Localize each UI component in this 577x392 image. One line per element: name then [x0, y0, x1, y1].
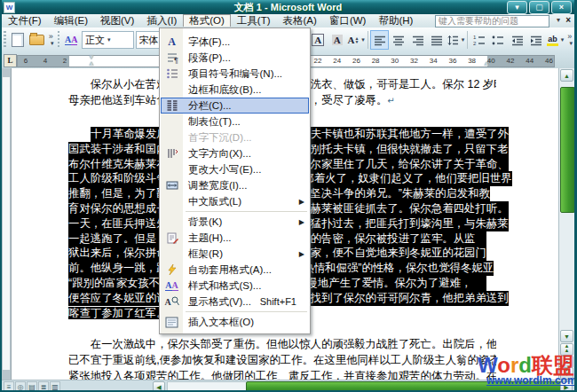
menu-item-label: 自动套用格式(A)... — [183, 263, 272, 277]
svg-text:1: 1 — [473, 35, 477, 40]
format-menu-item-11[interactable]: 背景(K)▶ — [161, 214, 309, 230]
character-shading-icon: A — [332, 35, 343, 45]
toolbar-overflow-left[interactable]: »▾ — [46, 29, 56, 51]
styles-pane-button[interactable]: AA — [61, 30, 80, 50]
align-right-button[interactable] — [408, 30, 427, 50]
menu-item-shortcut: Shift+F1 — [260, 296, 309, 307]
text-line[interactable]: 在一次激战中，保尔头部受了重伤。但他以惊人的顽强毅力战胜了死亡。出院后，他 — [68, 336, 496, 352]
format-menu-item-1[interactable]: ¶段落(P)... — [161, 50, 309, 66]
vertical-scroll-thumb[interactable] — [560, 87, 575, 213]
menubar-item-0[interactable]: 文件(F) — [2, 14, 48, 27]
scroll-left-icon[interactable]: ◀ — [153, 381, 165, 392]
menu-item-label: 段落(P)... — [183, 51, 231, 65]
help-search-input[interactable]: 键入需要帮助的问题 — [435, 15, 549, 27]
paragraph-bottom[interactable]: 在一次激战中，保尔头部受了重伤。但他以惊人的顽强毅力战胜了死亡。出院后，他已不宜… — [68, 336, 496, 380]
new-document-button[interactable] — [8, 30, 27, 50]
scroll-down-icon[interactable]: ▼ — [560, 330, 573, 342]
format-menu-item-4[interactable]: 分栏(C)... — [161, 98, 309, 114]
toolbar-overflow-right[interactable]: »▾ — [565, 29, 574, 51]
decrease-indent-button[interactable] — [508, 30, 526, 50]
align-right-icon — [412, 35, 424, 46]
outline-view-icon[interactable]: ≣ — [38, 381, 49, 391]
format-menu-item-7[interactable]: 文字方向(X)... — [161, 145, 309, 161]
open-folder-icon — [29, 35, 44, 45]
menubar-item-3[interactable]: 插入(I) — [140, 14, 183, 27]
align-center-icon — [392, 35, 405, 46]
tab-selector[interactable]: L — [4, 54, 17, 67]
format-menu-item-3[interactable]: 边框和底纹(B)... — [161, 82, 309, 98]
menubar-item-1[interactable]: 编辑(E) — [48, 14, 94, 27]
line-spacing-button[interactable]: ▾ — [447, 30, 465, 50]
grow-font-button[interactable]: A▲▼▾ — [346, 30, 365, 50]
minimize-button[interactable]: ▾ — [507, 1, 527, 14]
close-button[interactable]: × — [551, 1, 572, 14]
no-icon — [161, 82, 183, 97]
format-menu-item-14[interactable]: 自动套用格式(A)... — [161, 262, 309, 278]
hanging-indent-marker[interactable]: ▲ — [88, 61, 95, 67]
menubar-close-icon[interactable]: × — [565, 15, 571, 25]
no-icon — [161, 215, 183, 229]
restore-button[interactable]: ▢ — [529, 1, 549, 14]
format-menu-item-15[interactable]: AA样式和格式(S)... — [161, 278, 309, 294]
print-layout-view-icon[interactable]: ▤ — [27, 381, 37, 391]
format-menu-item-12[interactable]: 主题(H)... — [161, 230, 309, 246]
character-shading-button[interactable]: A — [328, 30, 346, 50]
menubar: 文件(F)编辑(E)视图(V)插入(I)格式(O)工具(T)表格(A)窗口(W)… — [2, 14, 574, 28]
highlight-button[interactable]: ab▾ — [546, 30, 565, 50]
menubar-item-8[interactable]: 帮助(H) — [372, 14, 419, 27]
menubar-item-4[interactable]: 格式(O) — [183, 14, 231, 27]
toolbar-grip[interactable] — [58, 31, 60, 49]
format-menu-item-8[interactable]: 更改大小写(E)... — [161, 161, 309, 177]
menu-item-label: 插入文本框(O) — [183, 316, 254, 329]
menu-separator — [186, 211, 307, 212]
text-line[interactable]: 紧张地投入各项艰苦的工作。他做团的工作、肃反工作，并直接参加艰苦的体力劳动。在兴 — [68, 368, 496, 380]
menubar-item-5[interactable]: 工具(T) — [231, 14, 277, 27]
highlighted-text[interactable]: 喀查丁参加了红军。 — [68, 307, 168, 319]
reading-layout-view-icon[interactable]: ▥ — [50, 381, 60, 391]
format-menu-item-0[interactable]: A字体(F)... — [161, 34, 309, 50]
insert-textbox-icon — [161, 315, 183, 329]
character-border-button[interactable]: A — [309, 30, 328, 50]
format-menu-item-10[interactable]: 中文版式(L)▶ — [161, 193, 309, 209]
format-menu-item-5[interactable]: 制表位(T)... — [161, 114, 309, 129]
format-menu-item-13[interactable]: 框架(R)▶ — [161, 246, 309, 262]
adjust-width-icon — [161, 178, 183, 192]
format-menu-item-9[interactable]: 调整宽度(I)... — [161, 177, 309, 193]
scroll-up-icon[interactable]: ▲ — [560, 69, 573, 82]
web-layout-view-icon[interactable]: ◎ — [15, 381, 26, 391]
right-indent-marker[interactable]: ▲ — [483, 61, 490, 67]
menu-item-label: 主题(H)... — [183, 231, 232, 245]
text-line[interactable]: 已不宜于重返前线,便参加恢复和建设国家的工作。在这里他同样以工人阶级主人翁的姿态 — [68, 352, 496, 368]
normal-view-icon[interactable]: ≡ — [4, 381, 14, 391]
bullets-numbering-icon — [161, 67, 183, 81]
format-menu-item-16[interactable]: A显示格式(V)...Shift+F1 — [161, 294, 309, 310]
format-menu-item-17[interactable]: 插入文本框(O) — [161, 314, 309, 330]
open-button[interactable] — [27, 30, 45, 50]
menu-item-label: 调整宽度(I)... — [183, 179, 247, 192]
menu-item-label: 字体(F)... — [183, 35, 230, 49]
bullets-button[interactable] — [489, 30, 508, 50]
format-menu-item-2[interactable]: 项目符号和编号(N)... — [161, 66, 309, 82]
svg-text:¶: ¶ — [174, 56, 178, 64]
numbering-button[interactable]: 12 — [470, 30, 488, 50]
highlight-icon: ab — [547, 35, 558, 46]
word-app-icon: W — [4, 2, 15, 13]
menubar-item-2[interactable]: 视图(V) — [94, 14, 140, 27]
autoformat-icon — [161, 263, 183, 277]
vertical-scrollbar[interactable]: ▲ ▼ ▲▲ ● ▼▼ — [558, 68, 574, 380]
menubar-item-7[interactable]: 窗口(W) — [323, 14, 373, 27]
distribute-button[interactable] — [427, 30, 446, 50]
watermark-letter: W — [478, 353, 497, 377]
vertical-ruler[interactable] — [2, 68, 12, 380]
toolbar-grip[interactable] — [4, 31, 6, 49]
increase-indent-button[interactable] — [526, 30, 545, 50]
help-dropdown-icon[interactable]: ▾ — [557, 16, 560, 24]
menubar-item-6[interactable]: 表格(A) — [277, 14, 323, 27]
align-left-button[interactable] — [370, 30, 390, 50]
format-menu: A字体(F)...¶段落(P)...项目符号和编号(N)...边框和底纹(B).… — [159, 27, 311, 334]
submenu-arrow-icon: ▶ — [299, 198, 304, 206]
no-icon — [161, 162, 183, 176]
style-select[interactable]: 正文▾ — [82, 31, 134, 49]
align-center-button[interactable] — [389, 30, 407, 50]
paragraph-icon: ¶ — [161, 51, 183, 65]
